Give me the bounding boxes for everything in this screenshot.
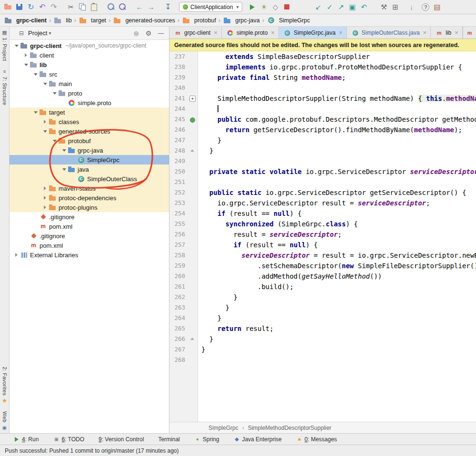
code-text[interactable]: return getServiceDescriptor().findMethod… <box>198 125 476 135</box>
code-line[interactable]: 248 } <box>169 146 476 156</box>
code-text[interactable] <box>198 177 476 187</box>
gear-icon[interactable]: ⚙ <box>144 29 153 38</box>
code-text[interactable]: } <box>198 146 476 156</box>
breadcrumb-item-simplegrpc[interactable]: SimpleGrpc <box>208 425 239 431</box>
line-number[interactable]: 245 <box>169 114 188 125</box>
tree-expand-arrow-icon[interactable] <box>42 83 48 85</box>
navbar-item-lib[interactable]: lib <box>53 17 72 24</box>
editor-tab-grpc-client[interactable]: grpc-client× <box>169 27 222 39</box>
tree-item-grpc-client[interactable]: grpc-client~/java/open_sources/grpc-clie… <box>10 41 169 50</box>
code-line[interactable]: 261 .build(); <box>169 281 476 292</box>
tree-item-pom-xml[interactable]: pom.xml <box>10 241 169 250</box>
tree-expand-arrow-icon[interactable] <box>32 111 39 114</box>
code-line[interactable]: 237 extends SimpleBaseDescriptorSupplier <box>169 51 476 62</box>
code-line[interactable]: 249 <box>169 156 476 166</box>
profile-icon[interactable]: ◇ <box>270 2 280 12</box>
code-line[interactable]: 253 io.grpc.ServiceDescriptor result = s… <box>169 198 476 208</box>
code-line[interactable]: 254 if (result == null) { <box>169 208 476 219</box>
editor-tab-partial[interactable] <box>463 27 476 39</box>
tree-item-simpleouterclass[interactable]: SimpleOuterClass <box>10 174 169 184</box>
line-number[interactable]: 249 <box>169 156 188 166</box>
editor-tab-simpleouterclass-java[interactable]: SimpleOuterClass.java× <box>347 27 431 39</box>
code-line[interactable]: 244 <box>169 104 476 114</box>
tree-item-lib[interactable]: lib <box>10 60 169 69</box>
tree-expand-arrow-icon[interactable] <box>42 130 48 133</box>
tree-expand-arrow-icon[interactable] <box>51 140 58 142</box>
tree-expand-arrow-icon[interactable] <box>42 120 48 124</box>
line-number[interactable]: 268 <box>169 355 188 365</box>
code-line[interactable]: 266 } <box>169 334 476 344</box>
build-project-icon[interactable]: ↧ <box>163 2 173 12</box>
editor-tab-simplegrpc-java[interactable]: SimpleGrpc.java× <box>279 27 347 39</box>
line-number[interactable]: 254 <box>169 208 188 219</box>
tab-close-icon[interactable]: × <box>423 29 427 36</box>
code-text[interactable]: if (result == null) { <box>198 208 476 219</box>
fold-marker-icon[interactable] <box>188 93 198 104</box>
tree-item-classes[interactable]: classes <box>10 117 169 126</box>
code-text[interactable]: if (result == null) { <box>198 240 476 250</box>
plugins-icon[interactable]: ▤ <box>432 2 442 12</box>
code-line[interactable]: 251 <box>169 177 476 187</box>
line-number[interactable]: 259 <box>169 261 188 271</box>
tree-item-gitignore[interactable]: .gitignore <box>10 231 169 241</box>
line-number[interactable]: 257 <box>169 240 188 250</box>
code-text[interactable]: .addMethod(getSayHelloMethod()) <box>198 271 476 281</box>
navbar-item-generated-sources[interactable]: generated-sources <box>113 17 175 24</box>
run-with-coverage-icon[interactable]: ☀ <box>258 2 269 12</box>
line-number[interactable]: 261 <box>169 281 188 292</box>
code-line[interactable]: 258 serviceDescriptor = result = io.grpc… <box>169 250 476 261</box>
tree-item-java[interactable]: java <box>10 165 169 174</box>
replace-icon[interactable] <box>117 2 128 12</box>
code-text[interactable]: io.grpc.ServiceDescriptor result = servi… <box>198 198 476 208</box>
code-text[interactable] <box>198 83 476 93</box>
chevron-down-icon[interactable]: ▾ <box>49 30 51 36</box>
redo-icon[interactable]: ↷ <box>49 2 59 12</box>
code-text[interactable]: extends SimpleBaseDescriptorSupplier <box>198 51 476 62</box>
tree-expand-arrow-icon[interactable] <box>42 186 48 190</box>
navbar-item-simplegrpc[interactable]: SimpleGrpc <box>267 17 310 24</box>
code-text[interactable]: serviceDescriptor = result = io.grpc.Ser… <box>198 250 476 261</box>
code-text[interactable]: } <box>198 344 476 355</box>
line-number[interactable]: 238 <box>169 62 188 72</box>
tab-close-icon[interactable]: × <box>271 29 275 36</box>
code-text[interactable]: synchronized (SimpleGrpc.class) { <box>198 219 476 229</box>
line-number[interactable]: 258 <box>169 250 188 261</box>
line-number[interactable]: 240 <box>169 83 188 93</box>
code-line[interactable]: 239 private final String methodName; <box>169 72 476 83</box>
code-line[interactable]: 257 if (result == null) { <box>169 240 476 250</box>
tree-item-protobuf[interactable]: protobuf <box>10 136 169 146</box>
back-icon[interactable]: ← <box>134 2 145 12</box>
tree-item-external-libraries[interactable]: External Libraries <box>10 250 169 260</box>
open-icon[interactable] <box>3 2 13 12</box>
code-line[interactable]: 240 <box>169 83 476 93</box>
run-config-select[interactable]: ClientApplication▾ <box>179 2 242 12</box>
code-line[interactable]: 241 SimpleMethodDescriptorSupplier(Strin… <box>169 93 476 104</box>
find-icon[interactable] <box>106 2 116 12</box>
code-text[interactable]: private final String methodName; <box>198 72 476 83</box>
toolwindow-button-spring[interactable]: ●Spring <box>194 436 219 443</box>
tree-expand-arrow-icon[interactable] <box>13 45 20 47</box>
line-number[interactable]: 267 <box>169 344 188 355</box>
toolwindow-button-run[interactable]: 4: Run <box>13 436 39 443</box>
tree-expand-arrow-icon[interactable] <box>23 53 29 57</box>
locate-icon[interactable]: ◎ <box>132 29 140 38</box>
code-text[interactable]: return result; <box>198 323 476 334</box>
settings-icon[interactable]: ⚒ <box>378 2 389 12</box>
code-text[interactable]: public static io.grpc.ServiceDescriptor … <box>198 187 476 198</box>
code-editor[interactable]: 237 extends SimpleBaseDescriptorSupplier… <box>169 51 476 422</box>
navbar-item-protobuf[interactable]: protobuf <box>182 17 216 24</box>
toolwindow-stripe-web[interactable]: Web◉ <box>1 411 9 431</box>
tree-item-simple-proto[interactable]: simple.proto <box>10 98 169 107</box>
vcs-rollback-icon[interactable]: ↶ <box>358 2 369 12</box>
tree-expand-arrow-icon[interactable] <box>13 253 20 257</box>
code-text[interactable]: } <box>198 302 476 313</box>
editor-tab-simple-proto[interactable]: simple.proto× <box>222 27 279 39</box>
stop-icon[interactable] <box>281 2 292 12</box>
tree-expand-arrow-icon[interactable] <box>42 196 48 200</box>
code-text[interactable] <box>198 104 476 114</box>
undo-icon[interactable]: ↶ <box>37 2 48 12</box>
line-number[interactable]: 247 <box>169 135 188 146</box>
code-text[interactable]: result = serviceDescriptor; <box>198 229 476 240</box>
hide-icon[interactable]: — <box>157 29 165 38</box>
navbar-item-target[interactable]: target <box>79 17 106 24</box>
